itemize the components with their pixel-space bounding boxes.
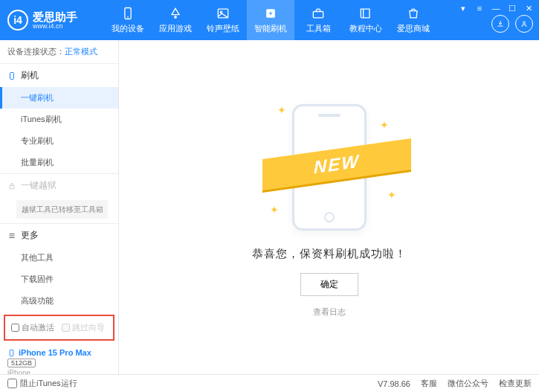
version-label: V7.98.66 (378, 379, 410, 388)
pane-icon[interactable]: ≡ (474, 3, 485, 13)
svg-rect-10 (10, 185, 14, 189)
app-name: 爱思助手 (33, 11, 77, 22)
view-log-link[interactable]: 查看日志 (313, 306, 346, 318)
menu-batch-flash[interactable]: 批量刷机 (0, 152, 118, 173)
footer-update[interactable]: 检查更新 (499, 378, 532, 389)
window-controls: ▾ ≡ — ☐ ✕ (457, 3, 535, 13)
logo-area: i4 爱思助手 www.i4.cn (0, 10, 104, 30)
menu-group-flash[interactable]: 刷机 (0, 64, 118, 87)
menu-one-click-flash[interactable]: 一键刷机 (0, 87, 118, 109)
book-icon (358, 6, 373, 21)
connection-status: 设备连接状态：正常模式 (0, 40, 118, 64)
success-message: 恭喜您，保资料刷机成功啦！ (252, 247, 407, 261)
footer-wechat[interactable]: 微信公众号 (448, 378, 488, 389)
menu-itunes-flash[interactable]: iTunes刷机 (0, 109, 118, 130)
titlebar: i4 爱思助手 www.i4.cn 我的设备 应用游戏 铃声壁纸 智能刷机 工具… (0, 0, 539, 40)
list-icon (7, 231, 16, 240)
main-nav: 我的设备 应用游戏 铃声壁纸 智能刷机 工具箱 教程中心 爱思商城 (104, 0, 437, 40)
menu-download-firmware[interactable]: 下载固件 (0, 269, 118, 290)
menu-other-tools[interactable]: 其他工具 (0, 247, 118, 269)
svg-rect-6 (313, 12, 323, 18)
flash-icon (263, 6, 278, 21)
nav-ringtones[interactable]: 铃声壁纸 (199, 0, 247, 40)
phone-icon (7, 71, 16, 80)
svg-point-4 (220, 11, 222, 13)
phone-icon (120, 6, 135, 21)
svg-point-8 (523, 22, 526, 24)
nav-apps[interactable]: 应用游戏 (152, 0, 199, 40)
lock-icon (7, 181, 16, 190)
jailbreak-note: 越狱工具已转移至工具箱 (16, 200, 108, 219)
new-ribbon: NEW (262, 149, 411, 180)
user-icon[interactable] (515, 15, 533, 33)
options-highlight-box: 自动激活 跳过向导 (4, 315, 114, 341)
checkbox-auto-activate[interactable]: 自动激活 (11, 322, 54, 333)
bag-icon (406, 6, 421, 21)
svg-point-2 (175, 16, 177, 19)
maximize-icon[interactable]: ☐ (506, 3, 518, 13)
device-type-label: iPhone (7, 369, 111, 374)
nav-tutorials[interactable]: 教程中心 (342, 0, 390, 40)
statusbar: 阻止iTunes运行 V7.98.66 客服 微信公众号 检查更新 (0, 374, 539, 392)
checkbox-skip-wizard[interactable]: 跳过向导 (62, 322, 105, 333)
success-illustration: NEW ✦ ✦ ✦ ✦ (255, 97, 404, 238)
menu-advanced[interactable]: 高级功能 (0, 290, 118, 312)
device-info[interactable]: iPhone 15 Pro Max 512GB iPhone (0, 344, 118, 374)
logo-icon: i4 (7, 10, 28, 30)
nav-toolbox[interactable]: 工具箱 (294, 0, 342, 40)
confirm-button[interactable]: 确定 (300, 273, 358, 296)
svg-rect-9 (10, 72, 14, 79)
menu-group-more[interactable]: 更多 (0, 224, 118, 247)
checkbox-block-itunes[interactable]: 阻止iTunes运行 (7, 378, 77, 389)
menu-icon[interactable]: ▾ (457, 3, 469, 13)
app-icon (168, 6, 183, 21)
image-icon (216, 6, 230, 21)
nav-store[interactable]: 爱思商城 (390, 0, 437, 40)
nav-flash[interactable]: 智能刷机 (247, 0, 294, 40)
user-actions (491, 15, 533, 33)
menu-pro-flash[interactable]: 专业刷机 (0, 130, 118, 152)
menu-group-jailbreak: 一键越狱 (0, 174, 118, 197)
device-name-label: iPhone 15 Pro Max (19, 348, 91, 357)
main-content: NEW ✦ ✦ ✦ ✦ 恭喜您，保资料刷机成功啦！ 确定 查看日志 (119, 40, 539, 374)
toolbox-icon (311, 6, 326, 21)
storage-badge: 512GB (7, 359, 36, 367)
sidebar: 设备连接状态：正常模式 刷机 一键刷机 iTunes刷机 专业刷机 批量刷机 一… (0, 40, 119, 374)
minimize-icon[interactable]: — (490, 3, 502, 13)
download-icon[interactable] (491, 15, 509, 33)
footer-service[interactable]: 客服 (421, 378, 437, 389)
close-icon[interactable]: ✕ (523, 3, 535, 13)
nav-my-device[interactable]: 我的设备 (104, 0, 152, 40)
app-url: www.i4.cn (33, 22, 77, 30)
svg-rect-14 (10, 350, 13, 356)
phone-icon (7, 349, 16, 357)
